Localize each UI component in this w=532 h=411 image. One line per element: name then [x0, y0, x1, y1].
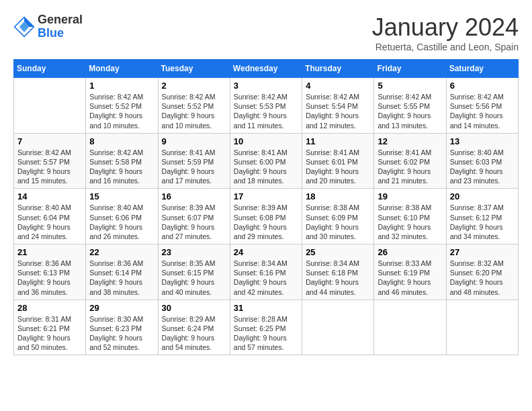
day-number: 3 — [234, 81, 298, 91]
day-info: Sunrise: 8:41 AM Sunset: 6:02 PM Dayligh… — [378, 148, 442, 186]
calendar-cell: 15Sunrise: 8:40 AM Sunset: 6:06 PM Dayli… — [86, 189, 158, 244]
weekday-monday: Monday — [86, 60, 158, 78]
calendar-cell: 25Sunrise: 8:34 AM Sunset: 6:18 PM Dayli… — [302, 244, 374, 300]
week-row-1: 1Sunrise: 8:42 AM Sunset: 5:52 PM Daylig… — [14, 78, 519, 134]
day-info: Sunrise: 8:28 AM Sunset: 6:25 PM Dayligh… — [234, 314, 298, 353]
calendar-cell — [374, 300, 446, 355]
calendar-cell: 9Sunrise: 8:41 AM Sunset: 5:59 PM Daylig… — [158, 133, 230, 189]
day-number: 1 — [89, 81, 154, 91]
weekday-friday: Friday — [374, 60, 446, 78]
day-number: 28 — [17, 303, 82, 313]
day-info: Sunrise: 8:40 AM Sunset: 6:04 PM Dayligh… — [17, 203, 82, 241]
day-info: Sunrise: 8:41 AM Sunset: 6:01 PM Dayligh… — [306, 148, 370, 186]
day-number: 20 — [450, 191, 515, 201]
day-number: 15 — [89, 191, 154, 201]
calendar-cell — [446, 300, 518, 355]
day-info: Sunrise: 8:30 AM Sunset: 6:23 PM Dayligh… — [89, 314, 154, 353]
day-number: 14 — [17, 191, 82, 201]
week-row-5: 28Sunrise: 8:31 AM Sunset: 6:21 PM Dayli… — [14, 300, 519, 355]
weekday-tuesday: Tuesday — [158, 60, 230, 78]
day-number: 29 — [89, 303, 154, 313]
calendar-cell: 11Sunrise: 8:41 AM Sunset: 6:01 PM Dayli… — [302, 133, 374, 189]
day-number: 7 — [17, 136, 82, 146]
calendar-cell: 1Sunrise: 8:42 AM Sunset: 5:52 PM Daylig… — [86, 78, 158, 134]
weekday-sunday: Sunday — [14, 60, 86, 78]
day-number: 12 — [378, 136, 442, 146]
day-number: 21 — [17, 247, 82, 257]
day-info: Sunrise: 8:42 AM Sunset: 5:53 PM Dayligh… — [234, 92, 298, 130]
calendar-cell: 23Sunrise: 8:35 AM Sunset: 6:15 PM Dayli… — [158, 244, 230, 300]
day-info: Sunrise: 8:38 AM Sunset: 6:09 PM Dayligh… — [306, 203, 370, 241]
day-info: Sunrise: 8:42 AM Sunset: 5:58 PM Dayligh… — [89, 148, 154, 186]
day-info: Sunrise: 8:40 AM Sunset: 6:03 PM Dayligh… — [450, 148, 515, 186]
calendar-cell: 13Sunrise: 8:40 AM Sunset: 6:03 PM Dayli… — [446, 133, 518, 189]
calendar-cell: 24Sunrise: 8:34 AM Sunset: 6:16 PM Dayli… — [230, 244, 302, 300]
day-info: Sunrise: 8:40 AM Sunset: 6:06 PM Dayligh… — [89, 203, 154, 241]
calendar-cell: 26Sunrise: 8:33 AM Sunset: 6:19 PM Dayli… — [374, 244, 446, 300]
weekday-saturday: Saturday — [446, 60, 518, 78]
day-info: Sunrise: 8:36 AM Sunset: 6:14 PM Dayligh… — [89, 259, 154, 297]
week-row-2: 7Sunrise: 8:42 AM Sunset: 5:57 PM Daylig… — [14, 133, 519, 189]
calendar-cell: 10Sunrise: 8:41 AM Sunset: 6:00 PM Dayli… — [230, 133, 302, 189]
calendar-cell: 12Sunrise: 8:41 AM Sunset: 6:02 PM Dayli… — [374, 133, 446, 189]
day-number: 6 — [450, 81, 515, 91]
day-info: Sunrise: 8:41 AM Sunset: 5:59 PM Dayligh… — [162, 148, 226, 186]
day-info: Sunrise: 8:42 AM Sunset: 5:54 PM Dayligh… — [306, 92, 370, 130]
calendar-cell: 31Sunrise: 8:28 AM Sunset: 6:25 PM Dayli… — [230, 300, 302, 355]
week-row-3: 14Sunrise: 8:40 AM Sunset: 6:04 PM Dayli… — [14, 189, 519, 244]
week-row-4: 21Sunrise: 8:36 AM Sunset: 6:13 PM Dayli… — [14, 244, 519, 300]
day-number: 27 — [450, 247, 515, 257]
day-info: Sunrise: 8:33 AM Sunset: 6:19 PM Dayligh… — [378, 259, 442, 297]
day-info: Sunrise: 8:42 AM Sunset: 5:56 PM Dayligh… — [450, 92, 515, 130]
day-info: Sunrise: 8:42 AM Sunset: 5:57 PM Dayligh… — [17, 148, 82, 186]
weekday-thursday: Thursday — [302, 60, 374, 78]
day-number: 22 — [89, 247, 154, 257]
day-number: 8 — [89, 136, 154, 146]
day-number: 17 — [234, 191, 298, 201]
logo-general: General — [38, 13, 83, 26]
day-info: Sunrise: 8:41 AM Sunset: 6:00 PM Dayligh… — [234, 148, 298, 186]
day-info: Sunrise: 8:34 AM Sunset: 6:18 PM Dayligh… — [306, 259, 370, 297]
calendar-cell — [14, 78, 86, 134]
day-info: Sunrise: 8:32 AM Sunset: 6:20 PM Dayligh… — [450, 259, 515, 297]
calendar-title: January 2024 — [372, 13, 519, 42]
calendar-cell: 4Sunrise: 8:42 AM Sunset: 5:54 PM Daylig… — [302, 78, 374, 134]
page-header: General Blue January 2024 Retuerta, Cast… — [13, 13, 519, 52]
logo-blue: Blue — [38, 26, 64, 40]
day-info: Sunrise: 8:34 AM Sunset: 6:16 PM Dayligh… — [234, 259, 298, 297]
calendar-cell: 3Sunrise: 8:42 AM Sunset: 5:53 PM Daylig… — [230, 78, 302, 134]
calendar-cell: 7Sunrise: 8:42 AM Sunset: 5:57 PM Daylig… — [14, 133, 86, 189]
calendar-cell: 17Sunrise: 8:39 AM Sunset: 6:08 PM Dayli… — [230, 189, 302, 244]
day-info: Sunrise: 8:36 AM Sunset: 6:13 PM Dayligh… — [17, 259, 82, 297]
logo-icon — [13, 16, 35, 38]
calendar-cell: 29Sunrise: 8:30 AM Sunset: 6:23 PM Dayli… — [86, 300, 158, 355]
day-number: 18 — [306, 191, 370, 201]
day-number: 23 — [162, 247, 226, 257]
calendar-cell: 20Sunrise: 8:37 AM Sunset: 6:12 PM Dayli… — [446, 189, 518, 244]
calendar-subtitle: Retuerta, Castille and Leon, Spain — [372, 42, 519, 52]
day-number: 16 — [162, 191, 226, 201]
calendar-cell: 14Sunrise: 8:40 AM Sunset: 6:04 PM Dayli… — [14, 189, 86, 244]
calendar-cell: 5Sunrise: 8:42 AM Sunset: 5:55 PM Daylig… — [374, 78, 446, 134]
day-info: Sunrise: 8:31 AM Sunset: 6:21 PM Dayligh… — [17, 314, 82, 353]
calendar-table: SundayMondayTuesdayWednesdayThursdayFrid… — [13, 59, 519, 355]
day-info: Sunrise: 8:42 AM Sunset: 5:52 PM Dayligh… — [89, 92, 154, 130]
weekday-header-row: SundayMondayTuesdayWednesdayThursdayFrid… — [14, 60, 519, 78]
day-info: Sunrise: 8:42 AM Sunset: 5:55 PM Dayligh… — [378, 92, 442, 130]
calendar-cell — [302, 300, 374, 355]
day-number: 24 — [234, 247, 298, 257]
day-number: 19 — [378, 191, 442, 201]
day-info: Sunrise: 8:42 AM Sunset: 5:52 PM Dayligh… — [162, 92, 226, 130]
day-number: 4 — [306, 81, 370, 91]
calendar-cell: 27Sunrise: 8:32 AM Sunset: 6:20 PM Dayli… — [446, 244, 518, 300]
calendar-cell: 2Sunrise: 8:42 AM Sunset: 5:52 PM Daylig… — [158, 78, 230, 134]
day-info: Sunrise: 8:29 AM Sunset: 6:24 PM Dayligh… — [162, 314, 226, 353]
day-info: Sunrise: 8:37 AM Sunset: 6:12 PM Dayligh… — [450, 203, 515, 241]
day-number: 5 — [378, 81, 442, 91]
day-number: 26 — [378, 247, 442, 257]
day-info: Sunrise: 8:38 AM Sunset: 6:10 PM Dayligh… — [378, 203, 442, 241]
day-number: 13 — [450, 136, 515, 146]
day-number: 30 — [162, 303, 226, 313]
calendar-cell: 22Sunrise: 8:36 AM Sunset: 6:14 PM Dayli… — [86, 244, 158, 300]
day-number: 10 — [234, 136, 298, 146]
